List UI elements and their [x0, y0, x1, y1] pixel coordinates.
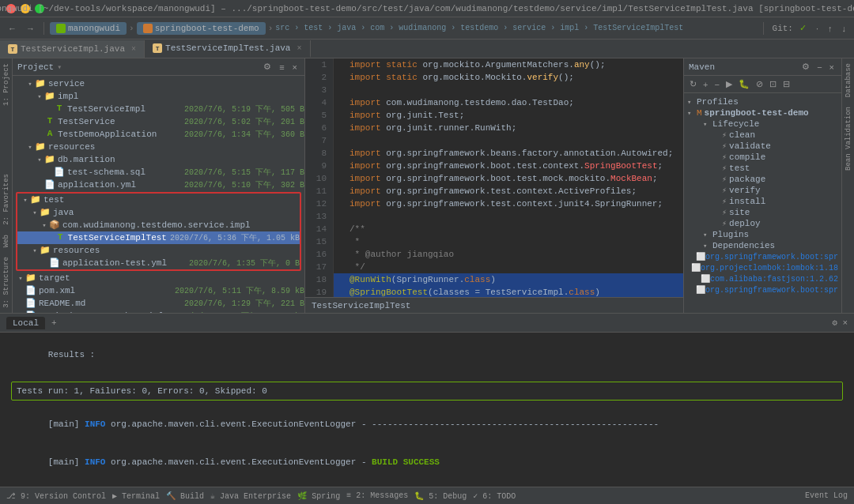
vcs-status[interactable]: ⎇ 9: Version Control: [6, 491, 106, 501]
git-arrow-down-button[interactable]: ↓: [839, 22, 850, 35]
maven-phase-package[interactable]: ⚡ package: [684, 174, 841, 185]
back-button[interactable]: ←: [5, 22, 20, 35]
maven-phase-compile[interactable]: ⚡ compile: [684, 152, 841, 163]
breadcrumb-manongwudi[interactable]: manongwudi: [50, 22, 127, 35]
debug-status[interactable]: 🐛 5: Debug: [414, 491, 467, 501]
maven-root-item[interactable]: ▾ M springboot-test-demo: [684, 107, 841, 118]
tree-item-readme[interactable]: 📄 README.md 2020/7/6, 1:29 下午, 221 B: [13, 297, 304, 310]
editor-breadcrumb: TestServiceImplTest: [305, 297, 683, 313]
tab-close-1[interactable]: ×: [131, 45, 136, 54]
terminal-add-tab-button[interactable]: +: [48, 318, 60, 328]
tab-testserviceimpltest[interactable]: T TestServiceImplTest.java ×: [145, 40, 310, 58]
maven-label-deps: Dependencies: [712, 241, 775, 250]
tree-item-impl[interactable]: ▾ 📁 impl: [13, 90, 304, 103]
maven-expand-button[interactable]: ⊡: [767, 78, 779, 90]
tree-item-target[interactable]: ▾ 📁 target: [13, 272, 304, 284]
project-settings-button[interactable]: ⚙: [261, 61, 274, 73]
maven-close-button[interactable]: ×: [827, 61, 837, 73]
database-tool-button[interactable]: Database: [843, 58, 854, 102]
editor-footer-label: TestServiceImplTest: [312, 301, 410, 310]
event-log-status[interactable]: Event Log: [805, 491, 848, 500]
dep-icon-3: ⬜: [701, 274, 710, 284]
tab-testserviceimpl[interactable]: T TestServiceImpl.java ×: [0, 40, 145, 58]
terminal-output[interactable]: Results : Tests run: 1, Failures: 0, Err…: [0, 333, 854, 487]
project-header-actions: ⚙ ≡ ×: [261, 61, 300, 73]
tree-item-pom[interactable]: 📄 pom.xml 2020/7/6, 5:11 下午, 8.59 kB: [13, 284, 304, 297]
tree-item-appyml[interactable]: 📄 application.yml 2020/7/6, 5:10 下午, 302…: [13, 179, 304, 191]
tree-item-testserviceimpl[interactable]: T TestServiceImpl 2020/7/6, 5:19 下午, 505…: [13, 103, 304, 115]
tree-item-test[interactable]: ▾ 📁 test: [17, 194, 300, 206]
maven-phase-validate[interactable]: ⚡ validate: [684, 141, 841, 152]
maven-collapse-button[interactable]: ⊟: [780, 78, 792, 90]
tab-close-2[interactable]: ×: [297, 44, 301, 53]
todo-status[interactable]: ✓ 6: TODO: [473, 491, 516, 501]
maven-phase-verify-label: verify: [729, 186, 761, 195]
tree-item-pkg[interactable]: ▾ 📦 com.wudimanong.testdemo.service.impl: [17, 219, 300, 231]
java-file-icon-2: T: [153, 43, 162, 53]
maven-settings-button[interactable]: ⚙: [799, 61, 812, 73]
messages-status[interactable]: ≡ 2: Messages: [346, 491, 408, 500]
project-collapse-button[interactable]: ≡: [277, 61, 286, 73]
forward-button[interactable]: →: [23, 22, 38, 35]
maven-arrow-deps: ▾: [703, 242, 712, 250]
git-dot-button[interactable]: ·: [813, 22, 822, 35]
maven-phase-install[interactable]: ⚡ install: [684, 196, 841, 207]
maven-dep-3[interactable]: ⬜ com.alibaba:fastjson:1.2.62: [684, 273, 841, 284]
maven-run-button[interactable]: ▶: [724, 78, 735, 90]
maven-title: Maven: [689, 62, 715, 72]
tree-item-resources[interactable]: ▾ 📁 resources: [13, 141, 304, 153]
tree-meta-ts: 2020/7/6, 5:02 下午, 201 B: [184, 116, 304, 127]
build-status[interactable]: 🔨 Build: [166, 491, 204, 501]
maven-lifecycle-item[interactable]: ▾ Lifecycle: [684, 118, 841, 130]
maven-phase-test[interactable]: ⚡ test: [684, 163, 841, 174]
maven-phase-test-label: test: [729, 164, 750, 173]
code-editor[interactable]: 1 import static org.mockito.ArgumentMatc…: [305, 58, 683, 297]
maven-dependencies-item[interactable]: ▾ Dependencies: [684, 240, 841, 251]
breadcrumb-project[interactable]: springboot-test-demo: [137, 22, 266, 35]
tree-item-testyml[interactable]: 📄 application-test.yml 2020/7/6, 1:35 下午…: [17, 257, 300, 269]
terminal-status[interactable]: ▶ Terminal: [112, 491, 160, 501]
tree-item-testres[interactable]: ▾ 📁 resources: [17, 244, 300, 257]
java-enterprise-status[interactable]: ☕ Java Enterprise: [210, 491, 291, 501]
terminal-tab-local[interactable]: Local: [6, 317, 45, 329]
maven-phase-deploy[interactable]: ⚡ deploy: [684, 218, 841, 229]
bean-validation-tool-button[interactable]: Bean Validation: [843, 102, 854, 175]
maven-dep-4[interactable]: ⬜ org.springframework.boot:spr: [684, 284, 841, 295]
code-line-4: 4 import com.wudimanong.testdemo.dao.Tes…: [305, 96, 683, 109]
tree-item-testimpltest[interactable]: T TestServiceImplTest 2020/7/6, 5:36 下午,…: [17, 231, 300, 244]
maven-phase-site[interactable]: ⚡ site: [684, 207, 841, 218]
results-label: Results :: [48, 350, 95, 359]
maven-minimize-button[interactable]: −: [814, 61, 824, 73]
git-arrow-up-button[interactable]: ↑: [825, 22, 836, 35]
maven-run-debug-button[interactable]: 🐛: [736, 78, 752, 90]
maven-refresh-button[interactable]: ↻: [687, 78, 699, 90]
tree-item-java[interactable]: ▾ 📁 java: [17, 206, 300, 219]
terminal-settings-button[interactable]: ⚙ ×: [832, 318, 848, 328]
phase-icon-package: ⚡: [722, 175, 727, 184]
project-close-button[interactable]: ×: [290, 61, 300, 73]
project-dropdown-icon[interactable]: ▾: [57, 62, 62, 72]
maven-dep-1[interactable]: ⬜ org.springframework.boot:spr: [684, 251, 841, 262]
maven-plugins-item[interactable]: ▾ Plugins: [684, 229, 841, 240]
spring-status[interactable]: 🌿 Spring: [297, 491, 340, 501]
test-folder-highlight: ▾ 📁 test ▾ 📁 java ▾ 📦 com.wudim: [16, 192, 301, 271]
maven-dep-2[interactable]: ⬜ org.projectlombok:lombok:1.18: [684, 262, 841, 273]
code-line-11: 11 import org.springframework.test.conte…: [305, 185, 683, 197]
web-tool-button[interactable]: Web: [1, 230, 12, 252]
tree-arrow-target: ▾: [16, 274, 25, 283]
maven-skip-button[interactable]: ⊘: [754, 78, 765, 90]
project-tool-button[interactable]: 1: Project: [1, 58, 12, 111]
tree-item-testservice[interactable]: T TestService 2020/7/6, 5:02 下午, 201 B: [13, 115, 304, 128]
maven-profiles[interactable]: ▾ Profiles: [684, 96, 841, 107]
structure-tool-button[interactable]: 3: Structure: [1, 252, 12, 313]
tree-item-dbmarition[interactable]: ▾ 📁 db.marition: [13, 153, 304, 166]
favorites-tool-button[interactable]: 2: Favorites: [1, 169, 12, 230]
tree-item-testdemo[interactable]: A TestDemoApplication 2020/7/6, 1:34 下午,…: [13, 128, 304, 141]
tree-item-service[interactable]: ▾ 📁 service: [13, 77, 304, 90]
tree-item-sql[interactable]: 📄 test-schema.sql 2020/7/6, 5:15 下午, 117…: [13, 166, 304, 179]
maven-phase-verify[interactable]: ⚡ verify: [684, 185, 841, 196]
maven-minus-button[interactable]: −: [712, 79, 721, 90]
maven-phase-clean[interactable]: ⚡ clean: [684, 130, 841, 141]
maven-add-button[interactable]: +: [701, 79, 710, 90]
git-checkmark-button[interactable]: ✓: [796, 21, 810, 35]
